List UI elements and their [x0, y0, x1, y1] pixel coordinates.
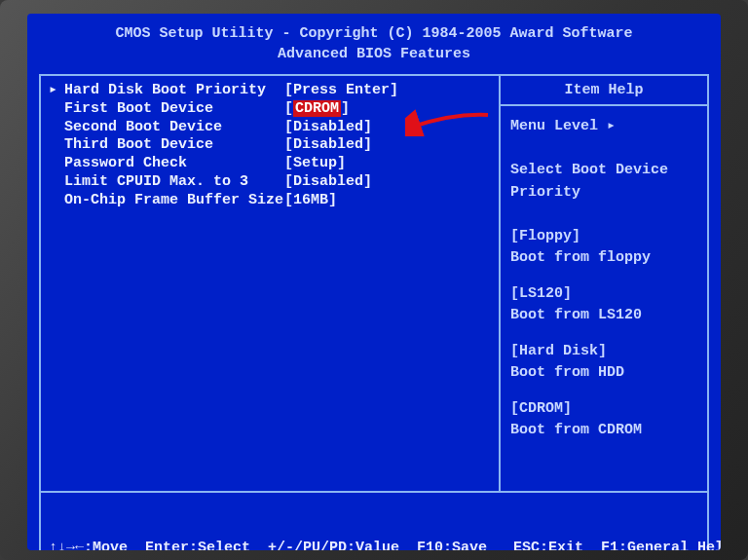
- menu-label: Password Check: [64, 155, 284, 173]
- menu-label: Limit CPUID Max. to 3: [64, 173, 284, 192]
- help-description: Select Boot Device Priority: [510, 160, 697, 204]
- bios-screen: CMOS Setup Utility - Copyright (C) 1984-…: [27, 14, 721, 550]
- menu-value: [Disabled]: [284, 119, 372, 137]
- help-panel: Item Help Menu Level ▸ Select Boot Devic…: [499, 76, 707, 491]
- submenu-arrow-icon: [49, 155, 64, 173]
- help-option-floppy: [Floppy] Boot from floppy: [510, 226, 697, 270]
- menu-item-frame-buffer[interactable]: On-Chip Frame Buffer Size [16MB]: [49, 192, 491, 210]
- submenu-arrow-icon: [49, 192, 64, 210]
- header: CMOS Setup Utility - Copyright (C) 1984-…: [27, 14, 721, 70]
- menu-item-limit-cpuid[interactable]: Limit CPUID Max. to 3 [Disabled]: [49, 173, 491, 192]
- submenu-arrow-icon: [49, 119, 64, 137]
- menu-label: First Boot Device: [64, 100, 284, 119]
- submenu-arrow-icon: ▸: [49, 82, 64, 100]
- menu-item-hdd-priority[interactable]: ▸ Hard Disk Boot Priority [Press Enter]: [49, 82, 491, 100]
- help-title: Item Help: [501, 76, 707, 106]
- menu-level: Menu Level ▸: [510, 116, 697, 138]
- menu-value: [Press Enter]: [284, 82, 398, 100]
- header-line1: CMOS Setup Utility - Copyright (C) 1984-…: [27, 23, 721, 44]
- help-option-desc: Boot from CDROM: [510, 420, 697, 442]
- help-option-desc: Boot from LS120: [510, 305, 697, 327]
- menu-value: [Setup]: [284, 155, 346, 173]
- menu-value: [Disabled]: [284, 173, 372, 192]
- menu-item-password-check[interactable]: Password Check [Setup]: [49, 155, 491, 173]
- menu-label: Hard Disk Boot Priority: [64, 82, 284, 100]
- help-option-name: [Floppy]: [510, 226, 697, 248]
- submenu-arrow-icon: [49, 173, 64, 192]
- menu-label: Second Boot Device: [64, 119, 284, 137]
- menu-value: [16MB]: [284, 192, 337, 210]
- help-option-harddisk: [Hard Disk] Boot from HDD: [510, 341, 697, 385]
- selected-value: CDROM: [293, 100, 341, 117]
- menu-item-second-boot[interactable]: Second Boot Device [Disabled]: [49, 119, 491, 137]
- help-option-desc: Boot from floppy: [510, 247, 697, 270]
- menu-value: [Disabled]: [284, 136, 372, 155]
- content-box: ▸ Hard Disk Boot Priority [Press Enter] …: [39, 74, 709, 491]
- help-option-desc: Boot from HDD: [510, 362, 697, 385]
- menu-label: On-Chip Frame Buffer Size: [64, 192, 284, 210]
- help-option-name: [Hard Disk]: [510, 341, 697, 363]
- menu-label: Third Boot Device: [64, 136, 284, 155]
- header-line2: Advanced BIOS Features: [27, 44, 721, 64]
- help-body: Menu Level ▸ Select Boot Device Priority…: [501, 106, 707, 466]
- settings-panel: ▸ Hard Disk Boot Priority [Press Enter] …: [41, 76, 499, 491]
- submenu-arrow-icon: [49, 100, 64, 119]
- help-option-name: [LS120]: [510, 283, 697, 306]
- help-option-name: [CDROM]: [510, 398, 697, 421]
- menu-item-third-boot[interactable]: Third Boot Device [Disabled]: [49, 136, 491, 155]
- menu-value: [CDROM]: [284, 100, 350, 119]
- help-option-cdrom: [CDROM] Boot from CDROM: [510, 398, 697, 442]
- footer-keys: ↑↓→←:Move Enter:Select +/-/PU/PD:Value F…: [39, 491, 709, 550]
- submenu-arrow-icon: [49, 136, 64, 155]
- footer-line1: ↑↓→←:Move Enter:Select +/-/PU/PD:Value F…: [49, 539, 699, 551]
- help-option-ls120: [LS120] Boot from LS120: [510, 283, 697, 327]
- menu-item-first-boot[interactable]: First Boot Device [CDROM]: [49, 100, 491, 119]
